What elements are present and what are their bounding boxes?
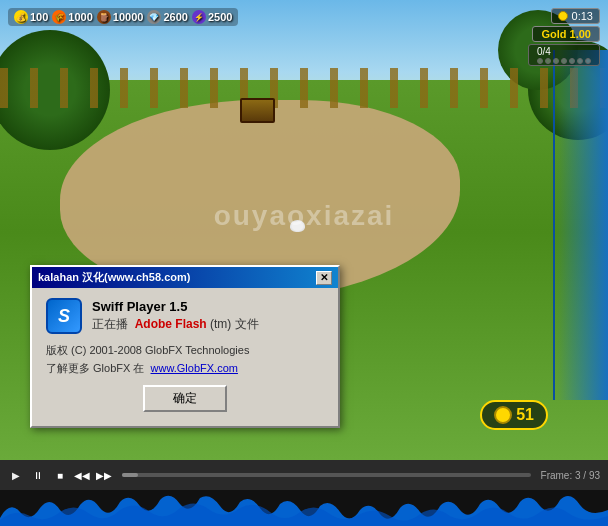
more-info-prefix: 了解更多 GlobFX 在: [46, 362, 144, 374]
water-right: [553, 50, 608, 400]
waveform-svg: [0, 490, 608, 526]
swiff-logo: S: [46, 298, 82, 334]
unit-dots: [537, 58, 591, 64]
dialog-titlebar: kalahan 汉化(www.ch58.com) ✕: [32, 267, 338, 288]
swiff-logo-letter: S: [58, 306, 70, 327]
copyright-line: 版权 (C) 2001-2008 GlobFX Technologies: [46, 342, 324, 360]
dialog-close-button[interactable]: ✕: [316, 271, 332, 285]
app-status: 正在播 Adobe Flash (tm) 文件: [92, 316, 324, 333]
resource-wood: 🪵 10000: [97, 10, 144, 24]
website-link[interactable]: www.GlobFX.com: [151, 362, 238, 374]
food-value: 1000: [68, 11, 92, 23]
coin-value: 51: [516, 406, 534, 424]
gold-rate-value: Gold 1.00: [541, 28, 591, 40]
crate-object: [240, 98, 275, 123]
wood-value: 10000: [113, 11, 144, 23]
stop-button[interactable]: ■: [52, 467, 68, 483]
game-viewport: ouyaoxiazai 💰 100 🌾 1000 🪵 10000 💎 2600 …: [0, 0, 608, 460]
status-prefix: 正在播: [92, 317, 128, 331]
goose-character: [290, 220, 305, 232]
flash-link: Adobe Flash: [135, 317, 207, 331]
more-info-line: 了解更多 GlobFX 在 www.GlobFX.com: [46, 360, 324, 378]
gold-value: 100: [30, 11, 48, 23]
stone-value: 2600: [163, 11, 187, 23]
coin-icon: [494, 406, 512, 424]
timer-icon: [558, 11, 568, 21]
gold-rate-box: Gold 1.00: [532, 26, 600, 42]
food-icon: 🌾: [52, 10, 66, 24]
status-suffix: (tm) 文件: [210, 317, 259, 331]
dot-2: [545, 58, 551, 64]
app-name: Swiff Player 1.5: [92, 299, 324, 314]
dialog-info-rows: 版权 (C) 2001-2008 GlobFX Technologies 了解更…: [46, 342, 324, 377]
dialog-button-row: 确定: [46, 377, 324, 416]
play-button[interactable]: ▶: [8, 467, 24, 483]
timer-box: 0:13: [551, 8, 600, 24]
dot-7: [585, 58, 591, 64]
dialog-header-row: S Swiff Player 1.5 正在播 Adobe Flash (tm) …: [46, 298, 324, 334]
dot-6: [577, 58, 583, 64]
rewind-button[interactable]: ◀◀: [74, 467, 90, 483]
coin-display: 51: [480, 400, 548, 430]
stone-icon: 💎: [147, 10, 161, 24]
wood-icon: 🪵: [97, 10, 111, 24]
hud-top-right: 0:13 Gold 1.00 0/4: [528, 8, 600, 66]
fence: [0, 68, 608, 108]
dot-4: [561, 58, 567, 64]
progress-fill: [122, 473, 138, 477]
mana-value: 2500: [208, 11, 232, 23]
dialog-title: kalahan 汉化(www.ch58.com): [38, 270, 190, 285]
resource-stone: 💎 2600: [147, 10, 187, 24]
resource-mana: ⚡ 2500: [192, 10, 232, 24]
mana-icon: ⚡: [192, 10, 206, 24]
ok-button[interactable]: 确定: [143, 385, 227, 412]
resource-food: 🌾 1000: [52, 10, 92, 24]
unit-counter: 0/4: [528, 44, 600, 66]
timer-value: 0:13: [572, 10, 593, 22]
resource-bar: 💰 100 🌾 1000 🪵 10000 💎 2600 ⚡ 2500: [8, 8, 238, 26]
pause-button[interactable]: ⏸: [30, 467, 46, 483]
frame-info: Frame: 3 / 93: [541, 470, 600, 481]
dot-3: [553, 58, 559, 64]
dot-5: [569, 58, 575, 64]
forward-button[interactable]: ▶▶: [96, 467, 112, 483]
resource-gold: 💰 100: [14, 10, 48, 24]
waveform-bar: [0, 490, 608, 526]
gold-icon: 💰: [14, 10, 28, 24]
progress-track[interactable]: [122, 473, 531, 477]
swiff-dialog[interactable]: kalahan 汉化(www.ch58.com) ✕ S Swiff Playe…: [30, 265, 340, 428]
player-controls-bar: ▶ ⏸ ■ ◀◀ ▶▶ Frame: 3 / 93: [0, 460, 608, 490]
dialog-content: S Swiff Player 1.5 正在播 Adobe Flash (tm) …: [32, 288, 338, 426]
unit-count-value: 0/4: [537, 46, 551, 57]
dot-1: [537, 58, 543, 64]
dialog-app-info: Swiff Player 1.5 正在播 Adobe Flash (tm) 文件: [92, 299, 324, 333]
